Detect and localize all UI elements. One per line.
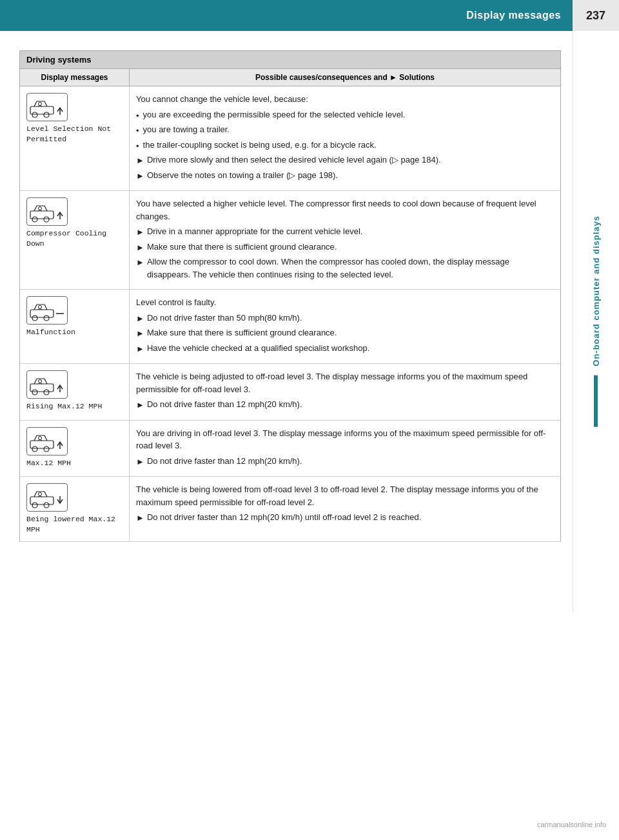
arrow-text: Have the vehicle checked at a qualified … [147, 342, 369, 355]
main-content: Driving systems Display messages Possibl… [19, 50, 561, 542]
car-icon-4 [26, 427, 68, 455]
arrow-item-1-2: ►Allow the compressor to cool down. When… [136, 255, 554, 281]
desc-intro-4: You are driving in off-road level 3. The… [136, 427, 554, 452]
arrow-symbol: ► [136, 343, 144, 355]
arrow-symbol: ► [136, 170, 144, 183]
svg-point-26 [32, 503, 37, 508]
table-section-title: Driving systems [20, 51, 561, 69]
table-row: Level Selection Not PermittedYou cannot … [20, 86, 561, 191]
arrow-item-3-0: ►Do not drive faster than 12 mph(20 km/h… [136, 398, 554, 412]
bullet-text: you are towing a trailer. [143, 123, 230, 136]
arrow-text: Make sure that there is sufficient groun… [147, 326, 337, 339]
svg-point-11 [32, 315, 37, 321]
bullet-text: the trailer-coupling socket is being use… [143, 139, 377, 152]
svg-rect-10 [30, 310, 54, 317]
message-label-1: Compressor Cooling Down [26, 228, 123, 249]
table-row: Being lowered Max.12 MPHThe vehicle is b… [20, 477, 561, 542]
desc-intro-3: The vehicle is being adjusted to off-roa… [136, 370, 554, 395]
bullet-item-0-2: •the trailer-coupling socket is being us… [136, 139, 554, 153]
desc-intro-2: Level control is faulty. [136, 296, 554, 309]
bullet-dot: • [136, 125, 139, 137]
arrow-item-0-0: ►Drive more slowly and then select the d… [136, 154, 554, 167]
arrow-item-0-1: ►Observe the notes on towing a trailer (… [136, 169, 554, 183]
svg-rect-0 [30, 106, 54, 114]
table-row: Compressor Cooling DownYou have selected… [20, 191, 561, 290]
svg-point-7 [44, 217, 49, 222]
arrow-text: Drive more slowly and then select the de… [147, 154, 441, 166]
table-row: MalfunctionLevel control is faulty.►Do n… [20, 290, 561, 364]
svg-point-1 [32, 112, 37, 117]
svg-point-2 [44, 112, 49, 117]
arrow-text: Do not drive faster than 12 mph(20 km/h)… [147, 455, 302, 468]
svg-rect-25 [30, 497, 54, 505]
arrow-symbol: ► [136, 455, 144, 468]
description-cell-2: Level control is faulty.►Do not drive fa… [130, 290, 561, 364]
message-label-0: Level Selection Not Permitted [26, 124, 123, 145]
desc-intro-5: The vehicle is being lowered from off-ro… [136, 483, 554, 508]
arrow-item-2-0: ►Do not drive faster than 50 mph(80 km/h… [136, 312, 554, 325]
svg-rect-15 [30, 384, 54, 392]
bullet-item-0-1: •you are towing a trailer. [136, 123, 554, 137]
svg-point-17 [44, 390, 49, 395]
sidebar-tab-label: On-board computer and displays [591, 215, 601, 427]
arrow-item-2-1: ►Make sure that there is sufficient grou… [136, 326, 554, 340]
arrow-text: Allow the compressor to cool down. When … [147, 255, 554, 281]
arrow-item-1-0: ►Drive in a manner appropriate for the c… [136, 225, 554, 239]
arrow-symbol: ► [136, 226, 144, 239]
arrow-symbol: ► [136, 241, 144, 254]
arrow-text: Observe the notes on towing a trailer (▷… [147, 169, 338, 182]
arrow-item-4-0: ►Do not drive faster than 12 mph(20 km/h… [136, 455, 554, 468]
desc-intro-1: You have selected a higher vehicle level… [136, 197, 554, 223]
right-sidebar: On-board computer and displays [573, 31, 619, 612]
arrow-text: Do not driver faster than 12 mph(20 km/h… [147, 511, 421, 524]
car-icon-0 [26, 93, 68, 121]
col1-header: Display messages [20, 69, 130, 86]
message-label-5: Being lowered Max.12 MPH [26, 514, 123, 535]
arrow-symbol: ► [136, 327, 144, 340]
arrow-text: Make sure that there is sufficient groun… [147, 241, 337, 254]
arrow-symbol: ► [136, 399, 144, 412]
col2-header: Possible causes/consequences and ► Solut… [130, 69, 561, 86]
car-icon-1 [26, 197, 68, 226]
top-header: Display messages [0, 0, 619, 31]
message-cell-3: Rising Max.12 MPH [20, 364, 130, 421]
bullet-dot: • [136, 140, 139, 153]
arrow-text: Drive in a manner appropriate for the cu… [147, 225, 363, 238]
bullet-text: you are exceeding the permissible speed … [143, 108, 406, 121]
message-cell-4: Max.12 MPH [20, 420, 130, 477]
message-cell-0: Level Selection Not Permitted [20, 86, 130, 191]
sidebar-tab-bar [594, 375, 598, 427]
arrow-symbol: ► [136, 312, 144, 325]
message-cell-1: Compressor Cooling Down [20, 191, 130, 290]
arrow-item-5-0: ►Do not driver faster than 12 mph(20 km/… [136, 511, 554, 525]
svg-point-23 [39, 436, 42, 439]
driving-systems-table: Driving systems Display messages Possibl… [19, 50, 561, 542]
svg-point-18 [39, 380, 42, 383]
message-label-2: Malfunction [26, 327, 123, 337]
svg-point-3 [39, 103, 42, 106]
description-cell-3: The vehicle is being adjusted to off-roa… [130, 364, 561, 421]
svg-rect-5 [30, 211, 54, 219]
description-cell-5: The vehicle is being lowered from off-ro… [130, 477, 561, 542]
page-number: 237 [573, 0, 619, 31]
svg-point-12 [44, 315, 49, 321]
table-row: Max.12 MPHYou are driving in off-road le… [20, 420, 561, 477]
svg-point-16 [32, 390, 37, 395]
car-icon-2 [26, 296, 68, 325]
arrow-symbol: ► [136, 512, 144, 525]
desc-intro-0: You cannot change the vehicle level, bec… [136, 93, 554, 106]
arrow-text: Do not drive faster than 50 mph(80 km/h)… [147, 312, 302, 325]
arrow-item-1-1: ►Make sure that there is sufficient grou… [136, 241, 554, 254]
arrow-symbol: ► [136, 256, 144, 269]
message-label-3: Rising Max.12 MPH [26, 401, 123, 412]
svg-point-27 [44, 503, 49, 508]
message-cell-5: Being lowered Max.12 MPH [20, 477, 130, 542]
svg-rect-20 [30, 441, 54, 448]
bullet-dot: • [136, 110, 139, 123]
svg-point-8 [39, 207, 42, 210]
svg-point-13 [39, 306, 42, 309]
arrow-symbol: ► [136, 154, 144, 167]
header-title: Display messages [466, 10, 561, 21]
watermark: carmanualsonline.info [537, 821, 606, 828]
svg-point-6 [32, 217, 37, 222]
